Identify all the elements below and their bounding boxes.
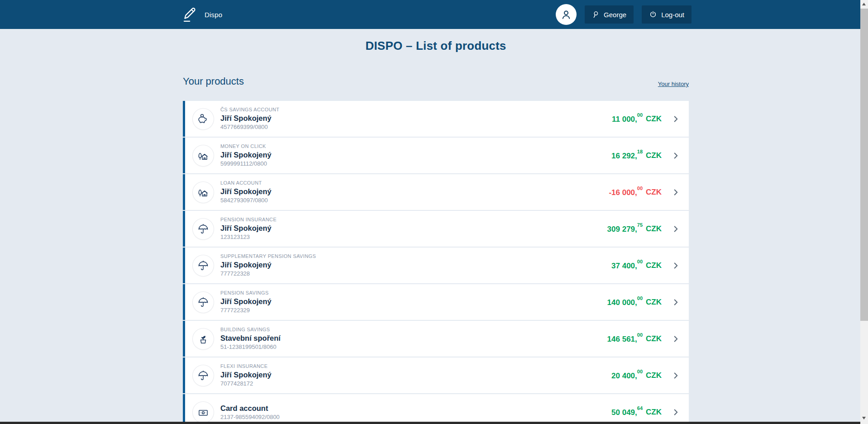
scrollbar-down-arrow[interactable]: [862, 417, 866, 419]
product-row[interactable]: MONEY ON CLICK Jiří Spokojený 5999991112…: [183, 138, 689, 173]
chevron-right-icon[interactable]: [671, 224, 681, 234]
power-icon: [649, 10, 657, 19]
product-type-label: PENSION INSURANCE: [220, 216, 607, 223]
pencil-icon: [181, 6, 197, 23]
george-button-label: George: [604, 11, 626, 19]
account-number: 123123123: [220, 233, 607, 241]
product-balance: 50 049,64CZK: [611, 407, 662, 417]
account-number: 2137-985594092/0800: [220, 413, 611, 421]
logout-button[interactable]: Log-out: [642, 5, 692, 24]
product-type-label: PENSION SAVINGS: [220, 290, 607, 296]
scrollbar-up-arrow[interactable]: [862, 3, 866, 5]
scrollbar[interactable]: [860, 0, 868, 424]
product-row[interactable]: Card account 2137-985594092/0800 50 049,…: [183, 394, 689, 424]
avatar[interactable]: [556, 4, 577, 25]
product-type-label: SUPPLEMENTARY PENSION SAVINGS: [220, 253, 611, 260]
product-balance: 140 000,00CZK: [607, 297, 662, 307]
account-number: 777722328: [220, 270, 611, 278]
account-number: 5842793097/0800: [220, 196, 609, 205]
product-row[interactable]: SUPPLEMENTARY PENSION SAVINGS Jiří Spoko…: [183, 248, 689, 283]
product-row[interactable]: LOAN ACCOUNT Jiří Spokojený 5842793097/0…: [183, 174, 689, 210]
product-row[interactable]: BUILDING SAVINGS Stavební spoření 51-123…: [183, 321, 689, 357]
chevron-right-icon[interactable]: [671, 261, 681, 271]
product-row[interactable]: PENSION SAVINGS Jiří Spokojený 777722329…: [183, 284, 689, 320]
person-icon: [560, 8, 572, 21]
product-type-label: LOAN ACCOUNT: [220, 180, 609, 186]
product-balance: 20 400,00CZK: [611, 371, 662, 381]
product-type-label: MONEY ON CLICK: [220, 143, 611, 150]
product-balance: 16 292,18CZK: [611, 151, 662, 161]
account-number: 51-1238199501/8060: [220, 343, 607, 351]
product-name: Jiří Spokojený: [220, 370, 611, 380]
product-name: Jiří Spokojený: [220, 223, 607, 233]
umbrella-icon: [197, 369, 210, 382]
chevron-right-icon[interactable]: [671, 334, 681, 344]
product-name: Jiří Spokojený: [220, 260, 611, 270]
chevron-right-icon[interactable]: [671, 114, 681, 124]
product-name: Jiří Spokojený: [220, 113, 612, 123]
product-type-label: ČS SAVINGS ACCOUNT: [220, 106, 612, 113]
brand[interactable]: Dispo: [181, 6, 222, 23]
scrollbar-thumb[interactable]: [860, 9, 868, 321]
product-name: Jiří Spokojený: [220, 296, 607, 306]
page-title: DISPO – List of products: [183, 39, 689, 53]
house-tree-icon: [197, 149, 210, 162]
account-number: 7077428172: [220, 380, 611, 388]
product-name: Jiří Spokojený: [220, 150, 611, 160]
umbrella-icon: [197, 296, 210, 309]
product-balance: -16 000,00CZK: [609, 187, 662, 197]
house-tree-icon: [197, 186, 210, 199]
product-name: Jiří Spokojený: [220, 186, 609, 196]
chevron-right-icon[interactable]: [671, 407, 681, 417]
product-balance: 37 400,00CZK: [611, 261, 662, 271]
header-right: George Log-out: [556, 4, 692, 25]
product-balance: 309 279,75CZK: [607, 224, 662, 234]
app-header: Dispo George: [0, 0, 868, 29]
product-balance: 11 000,00CZK: [612, 114, 662, 124]
account-number: 777722329: [220, 306, 607, 314]
account-number: 4577669399/0800: [220, 123, 612, 131]
app-window: Dispo George: [0, 0, 868, 424]
umbrella-icon: [197, 259, 210, 272]
product-list: ČS SAVINGS ACCOUNT Jiří Spokojený 457766…: [183, 101, 689, 424]
product-row[interactable]: PENSION INSURANCE Jiří Spokojený 1231231…: [183, 211, 689, 247]
product-type-label: BUILDING SAVINGS: [220, 326, 607, 333]
banknote-icon: [197, 406, 210, 419]
umbrella-icon: [197, 223, 210, 235]
chevron-right-icon[interactable]: [671, 371, 681, 381]
main-content: DISPO – List of products Your products Y…: [183, 39, 689, 424]
george-button[interactable]: George: [585, 5, 634, 24]
history-link[interactable]: Your history: [658, 81, 689, 87]
product-balance: 146 561,00CZK: [607, 334, 662, 344]
product-name: Stavební spoření: [220, 333, 607, 343]
product-name: Card account: [220, 403, 611, 413]
product-type-label: FLEXI INSURANCE: [220, 363, 611, 370]
chevron-right-icon[interactable]: [671, 151, 681, 161]
product-row[interactable]: ČS SAVINGS ACCOUNT Jiří Spokojený 457766…: [183, 101, 689, 137]
product-row[interactable]: FLEXI INSURANCE Jiří Spokojený 707742817…: [183, 357, 689, 393]
logout-button-label: Log-out: [661, 11, 684, 19]
bottom-edge: [0, 422, 860, 424]
section-title: Your products: [183, 76, 244, 87]
chevron-right-icon[interactable]: [671, 187, 681, 197]
george-icon: [592, 10, 600, 19]
brand-label: Dispo: [205, 11, 222, 19]
account-number: 5999991112/0800: [220, 160, 611, 168]
chevron-right-icon[interactable]: [671, 297, 681, 307]
plant-pot-icon: [197, 333, 210, 345]
piggy-bank-icon: [197, 113, 210, 125]
section-head: Your products Your history: [183, 76, 689, 87]
